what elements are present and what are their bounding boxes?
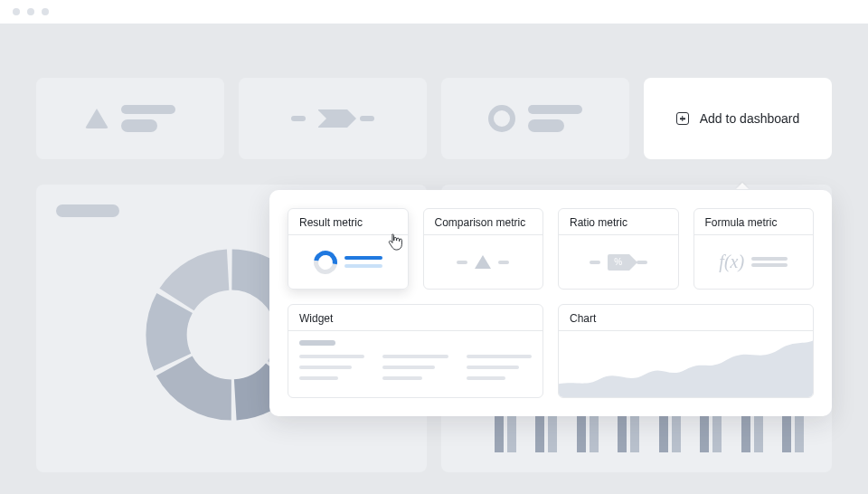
widget-option-label: Chart — [559, 305, 813, 331]
percent-tag-icon: % — [608, 254, 629, 271]
ring-icon — [488, 105, 515, 132]
window-dot-icon — [42, 8, 49, 15]
window-dot-icon — [13, 8, 20, 15]
panel-title-placeholder — [56, 204, 119, 217]
popover-arrow-icon — [736, 183, 749, 189]
placeholder-dash — [360, 116, 374, 121]
stat-card-result[interactable] — [36, 78, 224, 159]
metric-option-label: Comparison metric — [424, 209, 543, 235]
placeholder-pill — [528, 119, 564, 132]
placeholder-dash — [637, 261, 647, 264]
metric-option-result[interactable]: Result metric — [288, 208, 409, 290]
widget-option-label: Widget — [288, 305, 542, 331]
metric-option-label: Formula metric — [694, 209, 814, 235]
window-chrome — [0, 0, 868, 24]
placeholder-dash — [498, 261, 509, 264]
window-dot-icon — [27, 8, 34, 15]
add-to-dashboard-popover: Result metric Comparison metric Ratio me… — [269, 190, 832, 416]
metric-option-comparison[interactable]: Comparison metric — [423, 208, 544, 290]
placeholder-dash — [590, 261, 600, 264]
area-chart-preview — [559, 331, 813, 398]
area-chart-icon — [559, 331, 813, 398]
metric-option-ratio[interactable]: Ratio metric % — [558, 208, 679, 290]
metric-option-label: Ratio metric — [559, 209, 678, 235]
placeholder-dash — [457, 261, 467, 264]
widget-preview — [288, 331, 542, 397]
add-to-dashboard-button[interactable]: Add to dashboard — [644, 78, 832, 159]
triangle-icon — [475, 255, 491, 269]
placeholder-line — [528, 105, 582, 114]
placeholder-lines — [344, 256, 382, 268]
placeholder-line — [121, 105, 175, 114]
app-viewport: Add to dashboard Result metric — [0, 24, 868, 494]
widget-option-widget[interactable]: Widget — [288, 304, 543, 398]
placeholder-lines — [751, 254, 788, 270]
metric-option-formula[interactable]: Formula metric f(x) — [693, 208, 815, 290]
ring-progress-icon — [309, 245, 342, 278]
metric-option-label: Result metric — [288, 209, 408, 235]
widget-option-chart[interactable]: Chart — [558, 304, 814, 398]
add-to-dashboard-label: Add to dashboard — [700, 111, 800, 126]
stat-card-comparison[interactable] — [239, 78, 427, 159]
fx-icon: f(x) — [719, 252, 744, 272]
stat-card-row: Add to dashboard — [36, 78, 832, 159]
placeholder-dash — [291, 116, 306, 121]
arrow-icon — [318, 109, 347, 128]
plus-square-icon — [676, 112, 689, 125]
placeholder-pill — [121, 119, 157, 132]
triangle-icon — [85, 109, 108, 128]
stat-card-ratio[interactable] — [441, 78, 629, 159]
